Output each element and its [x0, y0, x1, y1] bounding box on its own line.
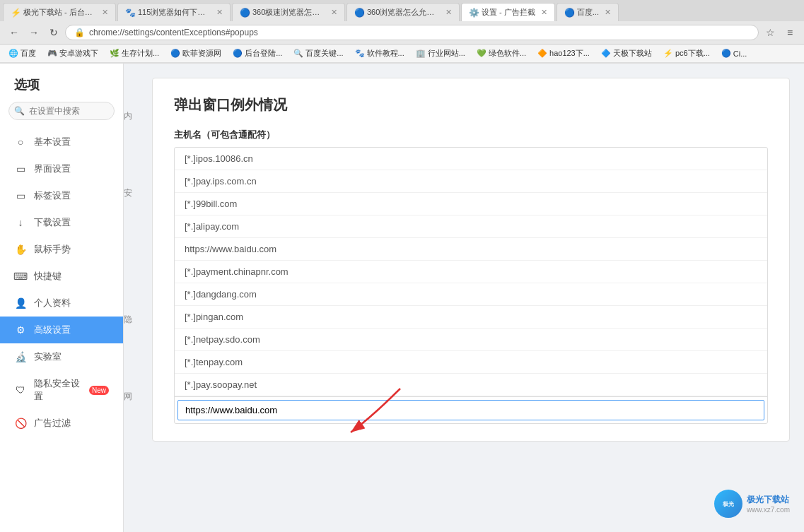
- bookmark-item-3[interactable]: 🔵 欧菲资源网: [168, 47, 224, 60]
- bookmark-label-5: 百度关键...: [305, 48, 343, 59]
- domain-item-0[interactable]: [*.]ipos.10086.cn: [175, 148, 767, 170]
- bookmark-label-10: 天极下载站: [613, 48, 652, 59]
- bookmark-item-4[interactable]: 🔵 后台登陆...: [230, 47, 285, 60]
- tab-label-4: 设置 - 广告拦截: [482, 7, 535, 18]
- refresh-button[interactable]: ↻: [45, 24, 62, 41]
- bookmark-label-11: pc6下载...: [675, 48, 710, 59]
- back-button[interactable]: ←: [6, 24, 23, 41]
- tab-favicon-3: 🔵: [354, 8, 364, 18]
- browser-tab-4[interactable]: ⚙️ 设置 - 广告拦截 ✕: [461, 3, 555, 21]
- tab-close-3[interactable]: ✕: [445, 8, 452, 17]
- badge-new-9: New: [89, 386, 109, 395]
- sidebar-item-4[interactable]: ✋ 鼠标手势: [0, 236, 123, 263]
- bookmark-icon-4: 🔵: [233, 49, 243, 58]
- bookmark-item-11[interactable]: ⚡ pc6下载...: [660, 47, 713, 60]
- sidebar-item-10[interactable]: 🚫 广告过滤: [0, 410, 123, 437]
- domain-item-9[interactable]: [*.]tenpay.com: [175, 351, 767, 374]
- bookmark-item-8[interactable]: 💚 绿色软件...: [474, 47, 529, 60]
- bookmark-label-12: Ci...: [733, 49, 747, 58]
- bookmark-icon-0: 🌐: [8, 49, 18, 58]
- domain-item-4[interactable]: https://www.baidu.com: [175, 238, 767, 261]
- sidebar-label-9: 隐私安全设置: [34, 377, 82, 403]
- tab-label-3: 360浏览器怎么允许网页弹出...: [367, 7, 440, 18]
- domain-item-10[interactable]: [*.]pay.soopay.net: [175, 374, 767, 396]
- bookmark-item-7[interactable]: 🏢 行业网站...: [413, 47, 468, 60]
- tab-close-4[interactable]: ✕: [541, 8, 547, 17]
- domain-item-5[interactable]: [*.]payment.chinapnr.com: [175, 261, 767, 283]
- dialog-title: 弹出窗口例外情况: [174, 95, 768, 114]
- section-label-an: 安: [124, 183, 148, 203]
- domain-item-8[interactable]: [*.]netpay.sdo.com: [175, 329, 767, 351]
- star-button[interactable]: ☆: [762, 24, 779, 41]
- sidebar-icon-5: ⌨: [14, 270, 27, 283]
- sidebar-icon-6: 👤: [14, 297, 27, 309]
- address-bar[interactable]: 🔒 chrome://settings/contentExceptions#po…: [65, 25, 759, 40]
- tab-close-2[interactable]: ✕: [331, 8, 337, 17]
- bookmark-item-0[interactable]: 🌐 百度: [6, 47, 39, 60]
- sidebar-item-0[interactable]: ○ 基本设置: [0, 129, 123, 155]
- domain-item-2[interactable]: [*.]99bill.com: [175, 193, 767, 215]
- bookmark-label-1: 安卓游戏下: [59, 48, 98, 59]
- tab-favicon-4: ⚙️: [469, 8, 479, 18]
- sidebar-label-1: 界面设置: [34, 162, 109, 175]
- domain-input-row: [175, 396, 767, 423]
- section-labels-column: 内 安 隐 网: [124, 64, 148, 532]
- domain-item-1[interactable]: [*.]pay.ips.com.cn: [175, 170, 767, 193]
- sidebar-icon-9: 🛡: [14, 384, 27, 396]
- sidebar-item-1[interactable]: ▭ 界面设置: [0, 155, 123, 182]
- sidebar: 选项 🔍 ○ 基本设置 ▭ 界面设置 ▭ 标签设置 ↓ 下载设置 ✋ 鼠标手势 …: [0, 64, 124, 532]
- browser-chrome: ⚡ 极光下载站 - 后台管理中心 ✕🐾 115浏览器如何下载网站视频... ✕🔵…: [0, 0, 804, 64]
- tab-favicon-1: 🐾: [125, 8, 135, 18]
- forward-button[interactable]: →: [25, 24, 42, 41]
- sidebar-item-3[interactable]: ↓ 下载设置: [0, 209, 123, 236]
- sidebar-menu: ○ 基本设置 ▭ 界面设置 ▭ 标签设置 ↓ 下载设置 ✋ 鼠标手势 ⌨ 快捷键…: [0, 129, 123, 437]
- bookmark-item-9[interactable]: 🔶 hao123下...: [535, 47, 593, 60]
- sidebar-item-5[interactable]: ⌨ 快捷键: [0, 263, 123, 290]
- bookmark-item-2[interactable]: 🌿 生存计划...: [107, 47, 162, 60]
- sidebar-label-6: 个人资料: [34, 297, 109, 309]
- bookmark-label-3: 欧菲资源网: [182, 48, 221, 59]
- browser-tab-2[interactable]: 🔵 360极速浏览器怎么允许弹窗... ✕: [232, 3, 345, 21]
- watermark-site: 极光下载站 www.xz7.com: [747, 494, 790, 514]
- bookmark-item-5[interactable]: 🔍 百度关键...: [291, 47, 346, 60]
- domain-item-7[interactable]: [*.]pingan.com: [175, 306, 767, 329]
- bookmark-item-12[interactable]: 🔵 Ci...: [718, 47, 750, 59]
- bookmark-label-6: 软件教程...: [367, 48, 404, 59]
- sidebar-item-6[interactable]: 👤 个人资料: [0, 290, 123, 317]
- sidebar-item-7[interactable]: ⚙ 高级设置: [0, 317, 123, 343]
- bookmark-icon-6: 🐾: [355, 49, 365, 58]
- tab-close-1[interactable]: ✕: [216, 8, 223, 17]
- browser-tab-3[interactable]: 🔵 360浏览器怎么允许网页弹出... ✕: [346, 3, 460, 21]
- sidebar-label-5: 快捷键: [34, 270, 109, 283]
- sidebar-icon-2: ▭: [14, 189, 27, 202]
- bookmarks-bar: 🌐 百度🎮 安卓游戏下🌿 生存计划...🔵 欧菲资源网🔵 后台登陆...🔍 百度…: [0, 45, 804, 63]
- domain-item-6[interactable]: [*.]dangdang.com: [175, 283, 767, 306]
- tab-close-5[interactable]: ✕: [605, 8, 611, 17]
- sidebar-icon-8: 🔬: [14, 350, 27, 363]
- tab-favicon-0: ⚡: [11, 8, 21, 18]
- sidebar-item-9[interactable]: 🛡 隐私安全设置 New: [0, 370, 123, 410]
- menu-button[interactable]: ≡: [781, 24, 798, 41]
- domain-input[interactable]: [177, 400, 764, 420]
- bookmark-icon-2: 🌿: [110, 49, 120, 58]
- sidebar-icon-0: ○: [14, 136, 27, 148]
- domain-item-3[interactable]: [*.]alipay.com: [175, 215, 767, 238]
- bookmark-item-1[interactable]: 🎮 安卓游戏下: [45, 47, 101, 60]
- browser-tab-5[interactable]: 🔵 百度... ✕: [557, 3, 619, 21]
- sidebar-item-8[interactable]: 🔬 实验室: [0, 343, 123, 370]
- browser-tab-1[interactable]: 🐾 115浏览器如何下载网站视频... ✕: [117, 3, 231, 21]
- bookmark-label-0: 百度: [21, 48, 36, 59]
- tab-label-2: 360极速浏览器怎么允许弹窗...: [252, 7, 325, 18]
- bookmark-label-9: hao123下...: [549, 48, 590, 59]
- sidebar-item-2[interactable]: ▭ 标签设置: [0, 182, 123, 209]
- field-label: 主机名（可包含通配符）: [174, 129, 768, 141]
- tab-bar: ⚡ 极光下载站 - 后台管理中心 ✕🐾 115浏览器如何下载网站视频... ✕🔵…: [0, 0, 804, 21]
- bookmark-item-10[interactable]: 🔷 天极下载站: [598, 47, 655, 60]
- bookmark-item-6[interactable]: 🐾 软件教程...: [352, 47, 407, 60]
- bookmark-icon-10: 🔷: [601, 49, 611, 58]
- bookmark-icon-12: 🔵: [721, 49, 731, 58]
- sidebar-icon-7: ⚙: [14, 324, 27, 336]
- tab-label-0: 极光下载站 - 后台管理中心: [23, 7, 96, 18]
- browser-tab-0[interactable]: ⚡ 极光下载站 - 后台管理中心 ✕: [3, 3, 116, 21]
- tab-close-0[interactable]: ✕: [102, 8, 108, 17]
